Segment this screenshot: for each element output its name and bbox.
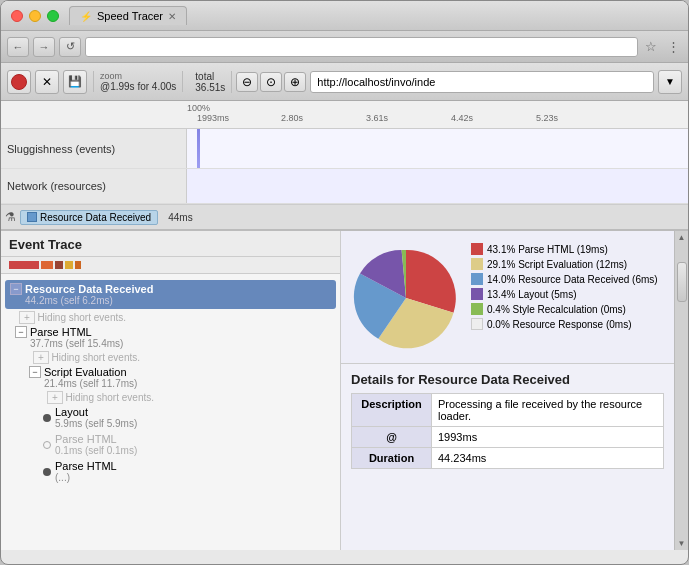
sluggishness-content[interactable] bbox=[187, 129, 688, 168]
chart-area: 43.1% Parse HTML (19ms) 29.1% Script Eva… bbox=[341, 231, 674, 364]
url-go-button[interactable]: ▼ bbox=[658, 70, 682, 94]
trace-short-events-3: + Hiding short events. bbox=[1, 391, 340, 404]
address-bar[interactable] bbox=[85, 37, 638, 57]
color-bar-1 bbox=[41, 261, 53, 269]
event-trace-panel: Event Trace − bbox=[1, 231, 341, 550]
bookmark-icon[interactable]: ☆ bbox=[642, 38, 660, 56]
network-track: Network (resources) bbox=[1, 169, 688, 204]
expand-short-events-1[interactable]: + bbox=[19, 311, 35, 324]
legend-item-1: 29.1% Script Evaluation (12ms) bbox=[471, 258, 658, 270]
legend-item-0: 43.1% Parse HTML (19ms) bbox=[471, 243, 658, 255]
scroll-down-arrow[interactable]: ▼ bbox=[678, 539, 686, 548]
minimize-button[interactable] bbox=[29, 10, 41, 22]
details-title: Details for Resource Data Received bbox=[351, 372, 664, 387]
scrollbar-thumb[interactable] bbox=[677, 262, 687, 302]
timeline-area: 100% 1993ms 2.80s 3.61s 4.42s 5.23s Slug… bbox=[1, 101, 688, 564]
trace-item-parse-html[interactable]: − Parse HTML 37.7ms (self 15.4ms) bbox=[1, 324, 340, 351]
marker-2: 3.61s bbox=[366, 113, 388, 123]
trace-item-header: − Resource Data Received bbox=[10, 283, 331, 295]
record-indicator bbox=[11, 74, 27, 90]
details-value-0: Processing a file received by the resour… bbox=[432, 394, 664, 427]
filter-icon[interactable]: ⚗ bbox=[5, 210, 16, 224]
zoom-info: zoom @1.99s for 4.00s bbox=[93, 71, 183, 92]
trace-layout-time: 5.9ms (self 5.9ms) bbox=[55, 418, 137, 429]
color-bar-0 bbox=[9, 261, 39, 269]
zoom-fit-button[interactable]: ⊙ bbox=[260, 72, 282, 92]
details-row-0: Description Processing a file received b… bbox=[352, 394, 664, 427]
zoom-value: @1.99s for 4.00s bbox=[100, 81, 176, 92]
timeline-ruler: 100% 1993ms 2.80s 3.61s 4.42s 5.23s bbox=[1, 101, 688, 129]
trace-selected-row[interactable]: − Resource Data Received 44.2ms (self 6.… bbox=[5, 280, 336, 309]
trace-parse-html-2-content: Parse HTML 0.1ms (self 0.1ms) bbox=[55, 433, 137, 456]
clear-button[interactable]: ✕ bbox=[35, 70, 59, 94]
vertical-scrollbar[interactable]: ▲ ▼ bbox=[674, 231, 688, 550]
dropdown-icon: ▼ bbox=[665, 76, 675, 87]
zoom-controls: ⊖ ⊙ ⊕ bbox=[236, 72, 306, 92]
tab-close-icon[interactable]: ✕ bbox=[168, 11, 176, 22]
st-toolbar: ✕ 💾 zoom @1.99s for 4.00s total 36.51s ⊖… bbox=[1, 63, 688, 101]
trace-item-layout[interactable]: Layout 5.9ms (self 5.9ms) bbox=[1, 404, 340, 431]
trace-toggle-script-eval[interactable]: − bbox=[29, 366, 41, 378]
settings-icon[interactable]: ⋮ bbox=[664, 38, 682, 56]
legend-color-2 bbox=[471, 273, 483, 285]
trace-script-eval-name: Script Evaluation bbox=[44, 366, 127, 378]
color-bar-4 bbox=[75, 261, 81, 269]
trace-item-resource-data-received[interactable]: − Resource Data Received 44.2ms (self 6.… bbox=[1, 278, 340, 311]
maximize-button[interactable] bbox=[47, 10, 59, 22]
zoom-in-button[interactable]: ⊕ bbox=[284, 72, 306, 92]
trace-script-eval-header: − Script Evaluation bbox=[29, 366, 336, 378]
browser-tab[interactable]: ⚡ Speed Tracer ✕ bbox=[69, 6, 187, 25]
marker-1: 2.80s bbox=[281, 113, 303, 123]
legend-color-4 bbox=[471, 303, 483, 315]
url-field[interactable] bbox=[310, 71, 654, 93]
marker-0: 1993ms bbox=[197, 113, 229, 123]
trace-item-parse-html-3[interactable]: Parse HTML (...) bbox=[1, 458, 340, 485]
total-label: total bbox=[195, 71, 225, 82]
trace-item-parse-html-2[interactable]: Parse HTML 0.1ms (self 0.1ms) bbox=[1, 431, 340, 458]
back-button[interactable]: ← bbox=[7, 37, 29, 57]
trace-parse-html-2-time: 0.1ms (self 0.1ms) bbox=[55, 445, 137, 456]
pie-chart bbox=[351, 243, 461, 355]
traffic-lights bbox=[11, 10, 59, 22]
filter-tag[interactable]: Resource Data Received bbox=[20, 210, 158, 225]
sluggishness-label: Sluggishness (events) bbox=[1, 129, 187, 168]
record-button[interactable] bbox=[7, 70, 31, 94]
legend-label-5: 0.0% Resource Response (0ms) bbox=[487, 319, 632, 330]
legend-label-4: 0.4% Style Recalculation (0ms) bbox=[487, 304, 626, 315]
color-bars bbox=[1, 257, 340, 274]
legend-color-0 bbox=[471, 243, 483, 255]
expand-short-events-3[interactable]: + bbox=[47, 391, 63, 404]
network-content[interactable] bbox=[187, 169, 688, 203]
filter-color-swatch bbox=[27, 212, 37, 222]
save-button[interactable]: 💾 bbox=[63, 70, 87, 94]
legend-area: 43.1% Parse HTML (19ms) 29.1% Script Eva… bbox=[471, 243, 658, 330]
zoom-out-button[interactable]: ⊖ bbox=[236, 72, 258, 92]
legend-color-1 bbox=[471, 258, 483, 270]
filter-bar: ⚗ Resource Data Received 44ms bbox=[1, 204, 688, 230]
reload-button[interactable]: ↺ bbox=[59, 37, 81, 57]
trace-short-events-2: + Hiding short events. bbox=[1, 351, 340, 364]
legend-item-2: 14.0% Resource Data Received (6ms) bbox=[471, 273, 658, 285]
scroll-up-arrow[interactable]: ▲ bbox=[678, 233, 686, 242]
details-row-2: Duration 44.234ms bbox=[352, 448, 664, 469]
main-content: 100% 1993ms 2.80s 3.61s 4.42s 5.23s Slug… bbox=[1, 101, 688, 564]
trace-toggle-parse-html[interactable]: − bbox=[15, 326, 27, 338]
event-trace-title: Event Trace bbox=[1, 231, 340, 257]
close-button[interactable] bbox=[11, 10, 23, 22]
expand-short-events-2[interactable]: + bbox=[33, 351, 49, 364]
trace-parse-html-header: − Parse HTML bbox=[15, 326, 336, 338]
details-label-2: Duration bbox=[352, 448, 432, 469]
sluggishness-track: Sluggishness (events) bbox=[1, 129, 688, 169]
right-panel: 43.1% Parse HTML (19ms) 29.1% Script Eva… bbox=[341, 231, 674, 550]
details-label-1: @ bbox=[352, 427, 432, 448]
trace-parse-html-3-time: (...) bbox=[55, 472, 117, 483]
forward-button[interactable]: → bbox=[33, 37, 55, 57]
details-table: Description Processing a file received b… bbox=[351, 393, 664, 469]
legend-color-3 bbox=[471, 288, 483, 300]
trace-item-script-eval[interactable]: − Script Evaluation 21.4ms (self 11.7ms) bbox=[1, 364, 340, 391]
trace-toggle-icon[interactable]: − bbox=[10, 283, 22, 295]
tab-area: ⚡ Speed Tracer ✕ bbox=[69, 6, 678, 25]
trace-parse-html-2-name: Parse HTML bbox=[55, 433, 137, 445]
sluggishness-spike bbox=[197, 129, 200, 168]
trace-tree[interactable]: − Resource Data Received 44.2ms (self 6.… bbox=[1, 274, 340, 550]
